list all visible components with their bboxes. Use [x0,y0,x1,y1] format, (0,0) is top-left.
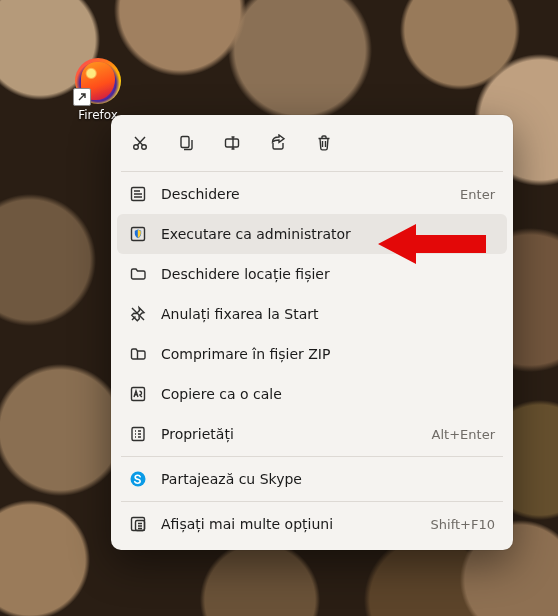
menu-item-label: Proprietăți [161,426,418,442]
svg-rect-2 [181,137,189,148]
menu-item-shortcut: Enter [460,187,495,202]
shield-admin-icon [129,225,147,243]
desktop: Firefox [0,0,558,616]
more-options-icon [129,515,147,533]
shortcut-arrow-overlay-icon [73,88,91,106]
menu-item-share-with-skype[interactable]: Partajează cu Skype [117,459,507,499]
menu-item-shortcut: Shift+F10 [431,517,495,532]
menu-item-compress-to-zip[interactable]: Comprimare în fișier ZIP [117,334,507,374]
menu-item-shortcut: Alt+Enter [432,427,495,442]
unpin-icon [129,305,147,323]
menu-item-show-more-options[interactable]: Afișați mai multe opțiuni Shift+F10 [117,504,507,544]
rename-icon [223,134,241,152]
copy-button[interactable] [165,125,207,161]
open-icon [129,185,147,203]
menu-item-run-as-administrator[interactable]: Executare ca administrator [117,214,507,254]
menu-item-label: Copiere ca o cale [161,386,495,402]
trash-icon [315,134,333,152]
skype-icon [129,470,147,488]
context-menu: Deschidere Enter Executare ca administra… [111,115,513,550]
separator [121,501,503,502]
menu-item-unpin-from-start[interactable]: Anulați fixarea la Start [117,294,507,334]
svg-point-0 [134,145,139,150]
share-icon [269,134,287,152]
delete-button[interactable] [303,125,345,161]
svg-rect-3 [226,139,239,147]
context-menu-toolbar [117,121,507,169]
cut-button[interactable] [119,125,161,161]
menu-item-properties[interactable]: Proprietăți Alt+Enter [117,414,507,454]
zip-folder-icon [129,345,147,363]
folder-icon [129,265,147,283]
properties-icon [129,425,147,443]
firefox-icon [75,58,121,104]
menu-item-label: Comprimare în fișier ZIP [161,346,495,362]
scissors-icon [131,134,149,152]
svg-point-1 [142,145,147,150]
menu-item-label: Executare ca administrator [161,226,495,242]
copy-path-icon [129,385,147,403]
separator [121,171,503,172]
menu-item-copy-as-path[interactable]: Copiere ca o cale [117,374,507,414]
menu-item-label: Afișați mai multe opțiuni [161,516,417,532]
menu-item-label: Deschidere [161,186,446,202]
svg-rect-6 [132,388,145,401]
menu-item-label: Deschidere locație fișier [161,266,495,282]
menu-item-open-file-location[interactable]: Deschidere locație fișier [117,254,507,294]
separator [121,456,503,457]
menu-item-label: Partajează cu Skype [161,471,495,487]
menu-item-open[interactable]: Deschidere Enter [117,174,507,214]
desktop-shortcut-firefox[interactable]: Firefox [62,58,134,122]
menu-item-label: Anulați fixarea la Start [161,306,495,322]
copy-icon [177,134,195,152]
share-button[interactable] [257,125,299,161]
rename-button[interactable] [211,125,253,161]
